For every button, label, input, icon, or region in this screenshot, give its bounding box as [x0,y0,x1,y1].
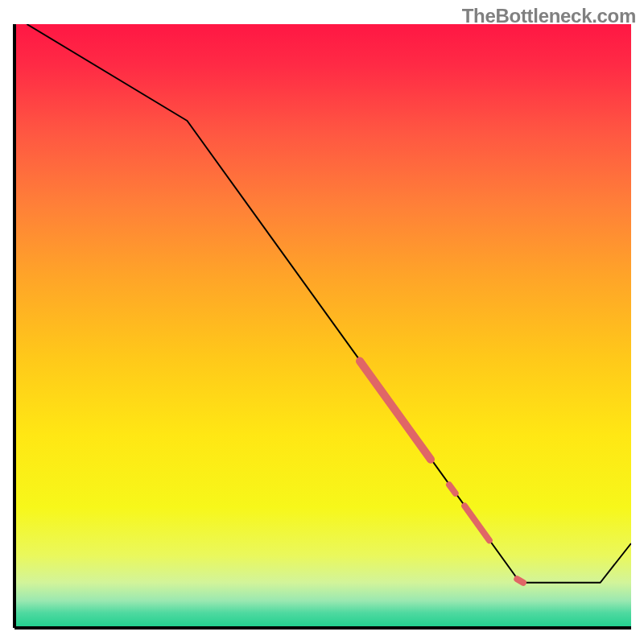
chart-container: TheBottleneck.com [0,0,644,644]
plot-background [14,24,631,628]
series-overlay-dot-2 [517,579,523,583]
watermark-text: TheBottleneck.com [462,5,636,27]
bottleneck-chart [0,0,644,644]
